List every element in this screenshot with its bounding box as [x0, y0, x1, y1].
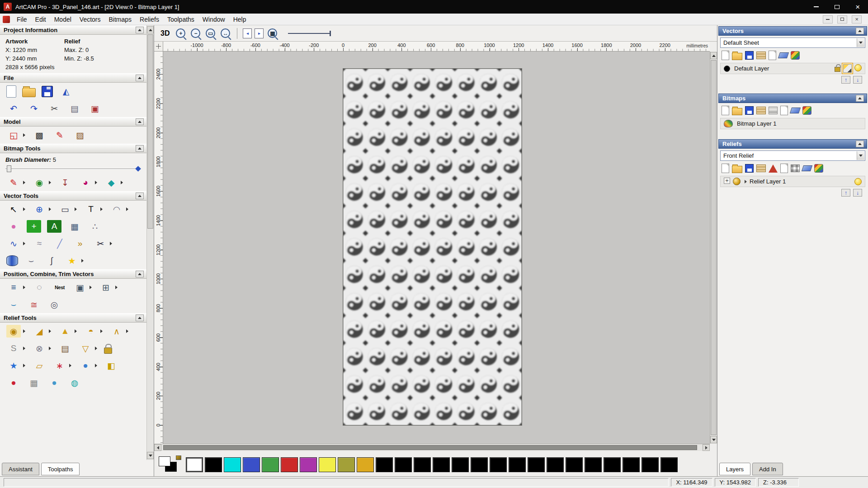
star-wizard-icon[interactable]: ★ [6, 359, 21, 372]
palette-swatch[interactable] [338, 457, 355, 472]
flyout-arrow-icon[interactable] [95, 181, 97, 184]
flyout-arrow-icon[interactable] [49, 207, 51, 211]
palette-swatch[interactable] [585, 457, 602, 472]
flyout-arrow-icon[interactable] [49, 347, 51, 350]
palette-swatch[interactable] [433, 457, 450, 472]
flyout-arrow-icon[interactable] [100, 329, 103, 333]
scrollbar-thumb[interactable] [147, 34, 153, 229]
fit-arcs-icon[interactable]: ╱ [52, 237, 67, 250]
cylinder-tool-icon[interactable] [6, 255, 18, 266]
collapse-button[interactable] [136, 314, 144, 321]
copy-relief-layer-icon[interactable] [780, 164, 788, 173]
paint-selective-icon[interactable]: ◉ [32, 176, 47, 189]
paste-along-curve-icon[interactable]: ▦ [67, 220, 82, 233]
tab-layers[interactable]: Layers [719, 463, 750, 475]
menu-item-vectors[interactable]: Vectors [75, 14, 105, 25]
new-bitmap-layer-icon[interactable] [722, 106, 729, 115]
paint-brush-icon[interactable]: ✎ [6, 176, 21, 189]
palette-swatch[interactable] [547, 457, 564, 472]
freehand-tool-icon[interactable]: ⌣ [24, 254, 38, 267]
palette-swatch[interactable] [623, 457, 640, 472]
palette-swatch[interactable] [224, 457, 241, 472]
collapse-button[interactable] [856, 28, 864, 34]
canvas-vertical-scrollbar[interactable] [710, 52, 717, 444]
palette-swatch[interactable] [509, 457, 526, 472]
expand-arrow-icon[interactable] [745, 180, 747, 183]
palette-swatch[interactable] [604, 457, 621, 472]
circular-array-icon[interactable]: ◌ [32, 281, 47, 294]
open-vector-layer-icon[interactable] [732, 53, 742, 60]
current-colours-chip[interactable] [158, 455, 182, 474]
group-vectors-icon[interactable]: ▣ [73, 281, 87, 294]
lock-layer-icon[interactable] [835, 67, 840, 72]
trim-fillet-icon[interactable]: ⌣ [6, 298, 21, 311]
flyout-arrow-icon[interactable] [23, 242, 25, 245]
node-editing-icon[interactable]: ∫ [44, 254, 59, 267]
menu-item-help[interactable]: Help [229, 14, 250, 25]
zoom-objects-icon[interactable]: ▦ [268, 28, 277, 38]
palette-swatch[interactable] [414, 457, 431, 472]
undo-icon[interactable]: ↶ [6, 102, 21, 115]
drawing-canvas[interactable] [163, 52, 710, 444]
palette-swatch[interactable] [490, 457, 507, 472]
zoom-box-icon[interactable]: ▭ [206, 28, 215, 38]
vector-layer-up-icon[interactable]: ↑ [841, 76, 850, 84]
zoom-out-icon[interactable]: − [191, 28, 200, 38]
smooth-polyline-icon[interactable]: ≈ [32, 237, 47, 250]
collapse-button[interactable] [136, 75, 144, 81]
palette-swatch[interactable] [642, 457, 659, 472]
transform-vectors-icon[interactable]: ⊕ [32, 203, 47, 216]
brush-diameter-slider[interactable] [5, 165, 140, 173]
scrollbar-thumb[interactable] [163, 445, 697, 450]
rectangle-tool-icon[interactable]: ▭ [58, 203, 72, 216]
palette-swatch[interactable] [471, 457, 488, 472]
raster-to-vector-icon[interactable]: ∴ [88, 220, 102, 233]
colour-picker-icon[interactable]: ↧ [58, 176, 72, 189]
new-vector-layer-icon[interactable] [722, 51, 729, 60]
palette-swatch[interactable] [319, 457, 336, 472]
merge-vector-layers-icon[interactable] [791, 51, 800, 60]
relief-layer-up-icon[interactable]: ↑ [841, 189, 850, 197]
triangulate-relief-icon[interactable] [769, 164, 778, 173]
new-relief-layer-icon[interactable] [722, 164, 729, 173]
slider-handle[interactable] [7, 165, 11, 172]
palette-swatch[interactable] [528, 457, 545, 472]
flyout-arrow-icon[interactable] [75, 329, 77, 333]
shape-editor-icon[interactable]: ◉ [6, 325, 21, 338]
foreground-colour-chip[interactable] [159, 456, 170, 466]
measure-tool-icon[interactable]: ◠ [109, 203, 124, 216]
extrude-wizard-icon[interactable]: ▲ [58, 325, 72, 338]
palette-swatch[interactable] [452, 457, 469, 472]
collapse-button[interactable] [856, 141, 864, 147]
maximize-button[interactable] [826, 0, 847, 14]
redo-icon[interactable]: ↷ [27, 102, 41, 115]
palette-swatch[interactable] [281, 457, 298, 472]
polygon-tool-icon[interactable]: + [27, 220, 41, 233]
flyout-arrow-icon[interactable] [23, 329, 25, 333]
painter-palette-icon[interactable] [724, 120, 733, 127]
collapse-button[interactable] [136, 192, 144, 199]
import-model-icon[interactable]: ◭ [59, 85, 73, 98]
flyout-arrow-icon[interactable] [23, 364, 25, 367]
flyout-arrow-icon[interactable] [95, 364, 97, 367]
menu-item-reliefs[interactable]: Reliefs [136, 14, 163, 25]
flyout-arrow-icon[interactable] [100, 207, 103, 211]
relief-pattern-panel[interactable] [343, 69, 522, 425]
vector-layer-down-icon[interactable]: ↓ [853, 76, 862, 84]
nesting-icon[interactable]: Nest [52, 281, 67, 294]
menu-item-model[interactable]: Model [50, 14, 75, 25]
save-model-icon[interactable] [42, 86, 53, 97]
sphere-texture-icon[interactable]: ● [78, 359, 93, 372]
view-3d-button[interactable]: 3D [160, 28, 170, 38]
flyout-arrow-icon[interactable] [23, 207, 25, 211]
palette-swatch[interactable] [395, 457, 412, 472]
flyout-arrow-icon[interactable] [23, 286, 25, 289]
palette-swatch[interactable] [186, 457, 203, 472]
bitmap-layer-row[interactable]: Bitmap Layer 1 [720, 118, 865, 129]
palette-swatch[interactable] [205, 457, 222, 472]
canvas-horizontal-scrollbar[interactable] [154, 444, 710, 451]
flyout-arrow-icon[interactable] [90, 286, 92, 289]
delete-relief-layer-icon[interactable] [802, 165, 812, 171]
align-vectors-icon[interactable]: ≡ [6, 281, 21, 294]
smooth-relief-icon[interactable]: S [6, 342, 21, 355]
